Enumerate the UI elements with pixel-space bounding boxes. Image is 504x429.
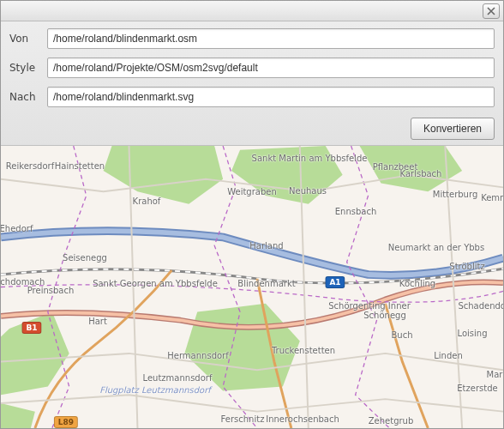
place-label: Ennsbach [335, 207, 377, 216]
place-label: Zehetgrub [369, 416, 414, 426]
place-label: Krahof [133, 196, 161, 206]
label-nach: Nach [9, 91, 42, 103]
row-von: Von [9, 28, 495, 49]
input-style[interactable] [47, 57, 495, 78]
button-row: Konvertieren [9, 116, 495, 140]
place-label: Hart [88, 317, 107, 326]
close-button[interactable] [483, 3, 500, 19]
place-label: Köchling [399, 279, 435, 288]
airfield-label: Flugplatz Leutzmannsdorf [99, 385, 211, 395]
route-shield-primary: B1 [21, 322, 41, 334]
titlebar [1, 1, 503, 21]
place-label: Schadendorf [458, 301, 503, 311]
route-shield-secondary: L89 [54, 416, 78, 428]
dialog-window: Von Style Nach Konvertieren [0, 0, 504, 429]
place-label: Leutzmannsdorf [143, 373, 213, 383]
place-label: Weitgraben [227, 187, 277, 196]
place-label: Neumarkt an der Ybbs [388, 243, 484, 252]
place-label: Truckenstetten [272, 346, 335, 355]
place-label: Mar [487, 370, 503, 379]
place-label: Hermannsdorf [167, 351, 228, 360]
label-style: Style [9, 62, 42, 74]
place-label: Kemm [481, 193, 503, 202]
place-label: Loising [458, 329, 488, 338]
form-panel: Von Style Nach Konvertieren [1, 21, 503, 146]
place-label: Neuhaus [289, 186, 327, 196]
input-von[interactable] [47, 28, 495, 49]
place-label: Etzerstde [457, 384, 497, 393]
place-label: Ehedorf [1, 224, 33, 233]
place-label: Harland [249, 241, 283, 251]
route-shield-motorway: A1 [325, 276, 345, 288]
row-nach: Nach [9, 87, 495, 107]
map-view[interactable]: ReikersdorfHainstettenKrahofSankt Martin… [1, 146, 503, 428]
row-style: Style [9, 57, 495, 78]
place-label: Ferschnitz [221, 414, 265, 424]
label-von: Von [9, 33, 42, 45]
place-label: Innerochsenbach [266, 414, 339, 424]
place-label: Linden [434, 351, 463, 360]
place-label: Mitterburg [433, 190, 477, 199]
place-label: Ströblitz [449, 262, 484, 271]
place-label: Karlsbach [400, 169, 442, 178]
place-label: Buch [391, 330, 412, 340]
convert-button[interactable]: Konvertieren [411, 118, 495, 140]
place-label: Seisenegg [63, 253, 107, 263]
place-label: Preinsbach [27, 286, 75, 295]
place-label: Schönegg [363, 311, 406, 320]
input-nach[interactable] [47, 87, 495, 107]
place-label: Reikersdorf [6, 161, 54, 171]
close-icon [487, 7, 495, 15]
place-label: Hainstetten [55, 161, 105, 171]
place-label: Schörgenting Inner [328, 301, 411, 311]
place-label: Sankt Georgen am Ybbsfelde [93, 279, 218, 288]
place-label: Blindenmarkt [237, 279, 295, 288]
place-label: Sankt Martin am Ybbsfelde [252, 154, 368, 163]
